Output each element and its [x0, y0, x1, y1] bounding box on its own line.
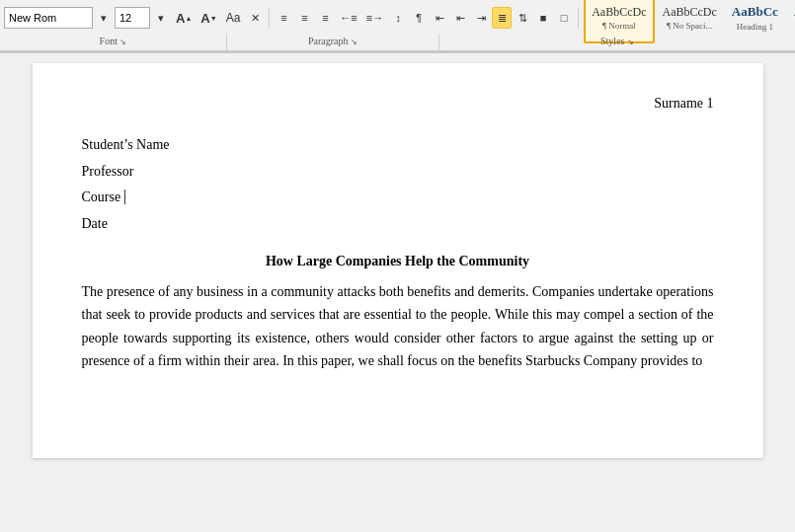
grow-font-button[interactable]: A▲	[172, 7, 196, 29]
paragraph-group: ≡ ≡ ≡ ←≡ ≡→ ↕ ¶ ⇤ ⇤ ⇥ ≣ ⇅ ■ □	[274, 7, 579, 29]
font-name-input[interactable]: New Rom	[4, 7, 93, 29]
document-body[interactable]: The presence of any business in a commun…	[82, 280, 714, 371]
font-group: New Rom ▾ 12 ▾ A▲ A▼ Aa ✕	[4, 7, 270, 29]
font-section-label: Font ↘	[0, 34, 227, 50]
document-area: Surname 1 Student’s Name Professor Cours…	[0, 53, 795, 467]
numbering-button[interactable]: ≡	[294, 7, 314, 29]
style-heading1-label: Heading 1	[737, 22, 773, 32]
change-case-button[interactable]: Aa	[222, 7, 245, 29]
document-page: Surname 1 Student’s Name Professor Cours…	[33, 63, 763, 458]
clear-format-button[interactable]: ✕	[245, 7, 265, 29]
multilevel-button[interactable]: ≡	[315, 7, 335, 29]
styles-expand-icon[interactable]: ↘	[627, 38, 634, 46]
page-header: Surname 1	[82, 93, 714, 114]
paragraph-expand-icon[interactable]: ↘	[351, 38, 358, 46]
style-no-spacing-preview: AaBbCcDc	[663, 5, 717, 19]
align-justify-button[interactable]: ≣	[492, 7, 512, 29]
date-line: Date	[82, 213, 714, 235]
line-spacing-button[interactable]: ⇅	[513, 7, 532, 29]
decrease-indent-button[interactable]: ←≡	[336, 7, 360, 29]
labels-bar: Font ↘ Paragraph ↘ Styles ↘	[0, 34, 795, 52]
border-button[interactable]: □	[554, 7, 574, 29]
font-size-dropdown[interactable]: ▾	[151, 7, 171, 29]
style-heading1-preview: AaBbCc	[732, 4, 778, 20]
font-name-dropdown[interactable]: ▾	[94, 7, 114, 29]
align-left-button[interactable]: ⇤	[430, 7, 449, 29]
shading-button[interactable]: ■	[533, 7, 553, 29]
professor-line: Professor	[82, 161, 714, 183]
style-normal-label: ¶ Normal	[602, 21, 636, 31]
student-name-line: Student’s Name	[82, 134, 714, 156]
font-expand-icon[interactable]: ↘	[119, 38, 126, 46]
font-size-input[interactable]: 12	[115, 7, 150, 29]
increase-indent-button[interactable]: ≡→	[362, 7, 387, 29]
style-no-spacing-label: ¶ No Spaci...	[667, 21, 712, 31]
styles-section-label: Styles ↘	[439, 34, 795, 50]
document-title: How Large Companies Help the Community	[82, 251, 714, 272]
align-right-button[interactable]: ⇥	[471, 7, 491, 29]
course-line: Course	[82, 187, 714, 208]
show-para-button[interactable]: ¶	[409, 7, 429, 29]
paragraph-section-label: Paragraph ↘	[227, 34, 439, 50]
header-text: Surname 1	[654, 96, 713, 111]
sort-button[interactable]: ↕	[388, 7, 408, 29]
align-center-button[interactable]: ⇤	[450, 7, 470, 29]
bullets-button[interactable]: ≡	[274, 7, 293, 29]
shrink-font-button[interactable]: A▼	[197, 7, 220, 29]
style-normal-preview: AaBbCcDc	[592, 5, 646, 19]
